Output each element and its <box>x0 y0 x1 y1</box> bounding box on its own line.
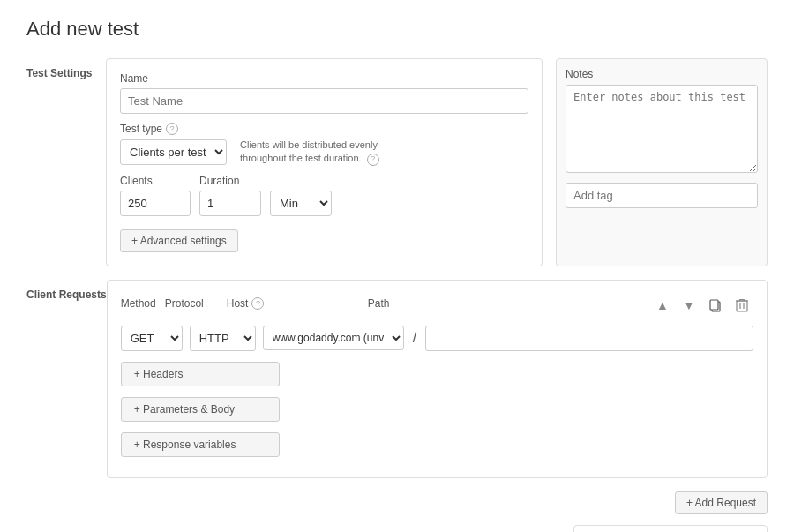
advanced-settings-label: + Advanced settings <box>131 235 227 247</box>
move-up-button[interactable]: ▲ <box>651 294 674 317</box>
request-actions: ▲ ▼ <box>651 294 753 317</box>
duration-unit-select[interactable]: Min Sec Hr <box>270 191 332 216</box>
parameters-body-button[interactable]: + Parameters & Body <box>121 397 280 422</box>
path-separator: / <box>411 330 418 346</box>
duration-unit-field: unit Min Sec Hr <box>270 175 332 216</box>
page-title: Add new test <box>26 18 768 41</box>
request-header-row: Method Protocol Host ? Path ▲ ▼ <box>121 294 753 317</box>
protocol-group: Protocol <box>165 297 218 313</box>
path-label: Path <box>368 297 642 310</box>
host-group: Host ? <box>227 297 359 313</box>
footer: Back Run test or Save for later or Sched… <box>26 525 768 532</box>
headers-button[interactable]: + Headers <box>121 362 280 386</box>
svg-rect-1 <box>710 300 718 310</box>
clients-duration-row: Clients Duration unit Min Sec Hr <box>120 175 528 216</box>
notes-panel: Notes <box>556 58 768 266</box>
test-type-help-icon[interactable]: ? <box>166 123 178 135</box>
svg-rect-2 <box>737 301 747 311</box>
add-request-button[interactable]: + Add Request <box>675 491 768 514</box>
method-select[interactable]: GET POST PUT DELETE <box>121 326 183 351</box>
promo-box: Need more testing? Check out our Pro Pla… <box>573 525 768 532</box>
clients-label: Clients <box>120 175 191 187</box>
notes-label: Notes <box>566 68 758 80</box>
host-label: Host ? <box>227 297 359 310</box>
protocol-label: Protocol <box>165 297 218 310</box>
clients-input[interactable] <box>120 191 191 216</box>
duration-field: Duration <box>199 175 261 216</box>
parameters-label: + Parameters & Body <box>134 403 235 416</box>
method-group: Method <box>121 297 156 313</box>
expand-buttons: + Headers + Parameters & Body + Response… <box>121 362 753 464</box>
test-name-input[interactable] <box>120 88 528 114</box>
client-requests-label: Client Requests <box>26 280 107 478</box>
add-request-label: + Add Request <box>686 497 756 509</box>
test-settings-label: Test Settings <box>26 58 106 266</box>
headers-label: + Headers <box>134 368 184 380</box>
move-down-button[interactable]: ▼ <box>678 294 700 317</box>
advanced-settings-button[interactable]: + Advanced settings <box>120 229 238 252</box>
host-select[interactable]: www.godaddy.com (unveri <box>263 326 404 350</box>
test-type-info-help-icon[interactable]: ? <box>367 154 379 166</box>
duration-input[interactable] <box>199 191 261 216</box>
response-variables-button[interactable]: + Response variables <box>121 432 280 457</box>
name-label: Name <box>120 72 528 85</box>
test-settings-form: Name Test type ? Clients per test Client… <box>106 58 543 266</box>
path-group: Path <box>368 297 642 313</box>
test-type-label: Test type ? <box>120 123 528 135</box>
request-selects-row: GET POST PUT DELETE HTTP HTTPS www.godad… <box>121 326 753 351</box>
client-requests-section: Client Requests Method Protocol Host ? P… <box>26 280 768 478</box>
test-type-row: Clients per test Clients will be distrib… <box>120 139 528 166</box>
notes-textarea[interactable] <box>566 85 758 173</box>
test-type-info: Clients will be distributed evenly throu… <box>240 139 381 166</box>
delete-button[interactable] <box>730 294 753 317</box>
method-label: Method <box>121 297 156 310</box>
test-settings-section: Test Settings Name Test type ? Clients p… <box>26 58 768 266</box>
copy-button[interactable] <box>704 294 727 317</box>
duration-label: Duration <box>199 175 261 187</box>
client-requests-card: Method Protocol Host ? Path ▲ ▼ <box>107 280 768 478</box>
test-type-select[interactable]: Clients per test <box>120 139 227 165</box>
response-variables-label: + Response variables <box>134 438 236 451</box>
host-help-icon[interactable]: ? <box>251 297 264 310</box>
add-tag-input[interactable] <box>566 183 758 208</box>
add-request-row: + Add Request <box>26 491 768 514</box>
clients-field: Clients <box>120 175 191 216</box>
protocol-select[interactable]: HTTP HTTPS <box>190 326 256 351</box>
path-input[interactable] <box>425 326 753 351</box>
